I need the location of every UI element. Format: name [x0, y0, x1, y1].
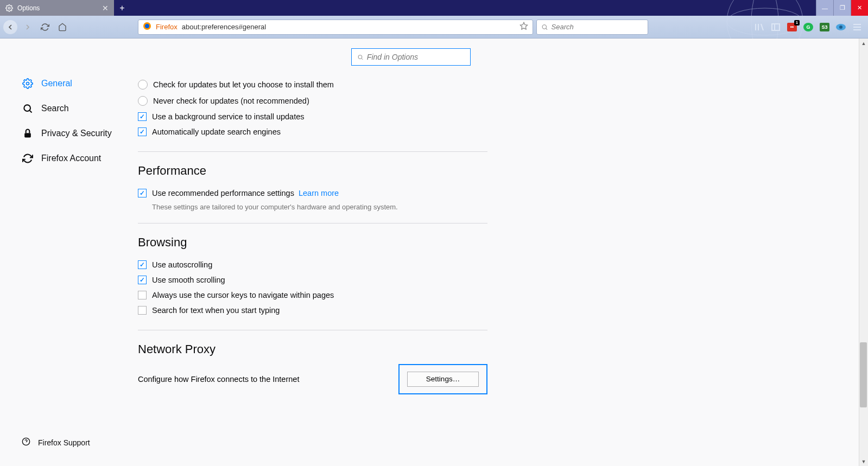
support-label: Firefox Support: [38, 438, 90, 447]
svg-rect-12: [772, 24, 780, 30]
checkbox-icon: [138, 276, 147, 284]
separator: [138, 151, 487, 152]
extension-red-icon[interactable]: ••1: [787, 22, 797, 33]
titlebar: Options ✕ + — ❐ ✕: [0, 0, 868, 16]
gear-icon: [5, 4, 13, 12]
autoscroll-checkbox[interactable]: Use autoscrolling: [138, 257, 487, 272]
checkbox-icon: [138, 112, 147, 121]
checkbox-icon: [138, 127, 147, 136]
checkbox-icon: [138, 306, 147, 315]
maximize-button[interactable]: ❐: [833, 0, 851, 16]
cursor-keys-checkbox[interactable]: Always use the cursor keys to navigate w…: [138, 288, 487, 303]
window-controls: — ❐ ✕: [816, 0, 868, 16]
separator: [138, 223, 487, 224]
scroll-up-icon[interactable]: ▲: [859, 39, 868, 48]
home-button[interactable]: [55, 20, 69, 34]
sidebar-item-label: Search: [41, 104, 69, 113]
svg-point-25: [358, 55, 362, 59]
search-start-typing-checkbox[interactable]: Search for text when you start typing: [138, 303, 487, 318]
network-proxy-heading: Network Proxy: [138, 342, 487, 356]
tab-close-icon[interactable]: ✕: [102, 4, 109, 12]
svg-point-15: [839, 25, 842, 29]
update-never-radio[interactable]: Never check for updates (not recommended…: [138, 93, 487, 109]
forward-button[interactable]: [21, 20, 35, 34]
navigation-toolbar: Firefox about:preferences#general ••1 G …: [0, 16, 868, 39]
sidebar-item-label: General: [41, 79, 72, 88]
background-service-checkbox[interactable]: Use a background service to install upda…: [138, 109, 487, 124]
gear-icon: [22, 78, 34, 89]
help-icon: [22, 437, 30, 448]
scroll-down-icon[interactable]: ▼: [859, 457, 868, 466]
proxy-settings-button[interactable]: Settings…: [407, 372, 479, 387]
scroll-thumb[interactable]: [860, 342, 867, 407]
sidebar-item-account[interactable]: Firefox Account: [22, 146, 130, 171]
category-sidebar: General Search Privacy & Security Firefo…: [0, 39, 130, 466]
smooth-scroll-checkbox[interactable]: Use smooth scrolling: [138, 272, 487, 288]
search-icon: [357, 54, 364, 61]
close-window-button[interactable]: ✕: [851, 0, 868, 16]
extension-eye-icon[interactable]: [835, 22, 846, 33]
minimize-button[interactable]: —: [816, 0, 833, 16]
sidebar-item-privacy[interactable]: Privacy & Security: [22, 121, 130, 146]
checkbox-icon: [138, 260, 147, 269]
proxy-description: Configure how Firefox connects to the In…: [138, 375, 299, 384]
checkbox-icon: [138, 291, 147, 299]
sync-icon: [22, 153, 34, 164]
browsing-heading: Browsing: [138, 235, 487, 250]
find-input[interactable]: [367, 53, 465, 61]
sidebar-item-general[interactable]: General: [22, 71, 130, 96]
bookmark-star-icon[interactable]: [519, 22, 528, 33]
browser-tab-options[interactable]: Options ✕: [0, 0, 114, 16]
svg-line-11: [761, 24, 763, 30]
extension-s3-icon[interactable]: S3: [819, 22, 830, 33]
search-icon: [22, 103, 34, 114]
performance-hint: These settings are tailored to your comp…: [152, 203, 487, 211]
url-bar[interactable]: Firefox about:preferences#general: [138, 20, 533, 35]
sidebar-item-search[interactable]: Search: [22, 96, 130, 121]
svg-point-7: [542, 24, 546, 28]
firefox-support-link[interactable]: Firefox Support: [22, 437, 90, 448]
library-icon[interactable]: [754, 22, 765, 33]
sidebar-item-label: Privacy & Security: [41, 129, 112, 138]
search-bar[interactable]: [536, 20, 648, 35]
find-in-options[interactable]: [351, 48, 471, 66]
svg-point-0: [8, 7, 10, 9]
svg-marker-6: [520, 22, 527, 29]
svg-point-20: [24, 105, 30, 111]
lock-icon: [22, 128, 34, 139]
extension-green-icon[interactable]: G: [803, 22, 814, 33]
settings-button-highlight: Settings…: [398, 364, 487, 394]
back-button[interactable]: [3, 20, 17, 34]
radio-icon: [138, 96, 148, 106]
recommended-performance-checkbox[interactable]: Use recommended performance settingsLear…: [138, 186, 487, 201]
separator: [138, 330, 487, 330]
app-menu-icon[interactable]: [852, 22, 863, 33]
svg-point-19: [27, 82, 29, 85]
performance-heading: Performance: [138, 164, 487, 178]
svg-line-21: [30, 111, 32, 113]
search-input[interactable]: [552, 23, 643, 31]
svg-point-5: [145, 24, 149, 28]
update-choice-radio[interactable]: Check for updates but let you choose to …: [138, 76, 487, 93]
checkbox-icon: [138, 189, 147, 197]
svg-line-8: [546, 28, 547, 29]
url-text: about:preferences#general: [182, 23, 266, 31]
main-panel: Check for updates but let you choose to …: [130, 39, 868, 466]
tab-title: Options: [17, 4, 40, 12]
preferences-content: General Search Privacy & Security Firefo…: [0, 39, 868, 466]
update-search-engines-checkbox[interactable]: Automatically update search engines: [138, 124, 487, 139]
firefox-logo-icon: [143, 22, 151, 33]
radio-icon: [138, 80, 148, 90]
sidebar-toggle-icon[interactable]: [770, 22, 781, 33]
svg-rect-22: [24, 133, 31, 137]
search-icon: [541, 23, 548, 31]
reload-button[interactable]: [38, 20, 52, 34]
sidebar-item-label: Firefox Account: [41, 154, 101, 163]
new-tab-button[interactable]: +: [114, 0, 130, 16]
vertical-scrollbar[interactable]: ▲ ▼: [859, 39, 868, 466]
svg-line-26: [362, 58, 363, 59]
identity-label: Firefox: [156, 23, 178, 31]
learn-more-link[interactable]: Learn more: [299, 189, 339, 197]
